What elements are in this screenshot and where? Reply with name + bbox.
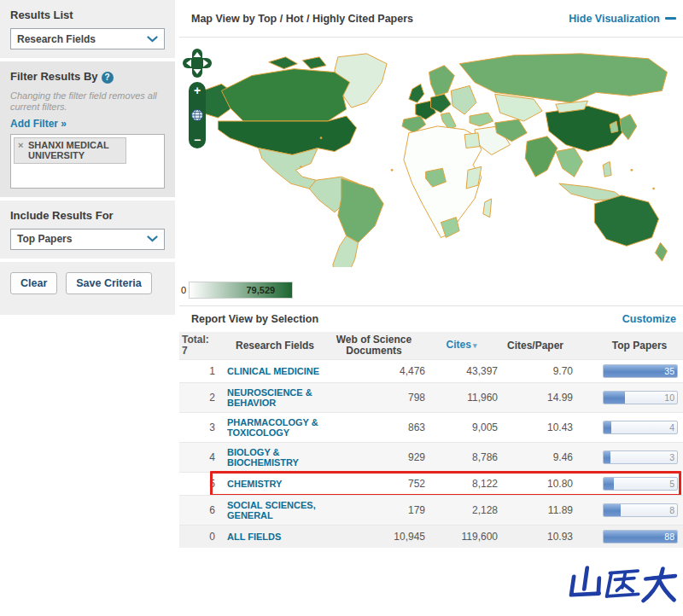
research-field-link[interactable]: NEUROSCIENCE & BEHAVIOR xyxy=(227,387,323,408)
table-row: 3 PHARMACOLOGY & TOXICOLOGY 863 9,005 10… xyxy=(179,412,683,442)
map-region-new-zealand[interactable] xyxy=(656,242,668,261)
filter-note: Changing the filter field removes all cu… xyxy=(10,90,165,113)
row-cites: 119,600 xyxy=(425,531,498,543)
map-region-brazil[interactable] xyxy=(338,178,383,242)
top-papers-value: 5 xyxy=(669,479,674,489)
row-rank: 0 xyxy=(179,531,217,543)
filter-section: Filter Results By? Changing the filter f… xyxy=(0,61,175,197)
watermark xyxy=(569,563,678,609)
row-documents: 10,945 xyxy=(323,531,425,543)
map-area: + − xyxy=(179,38,683,279)
add-filter-link[interactable]: Add Filter » xyxy=(10,118,67,130)
map-region-arctic-islands[interactable] xyxy=(269,57,326,69)
include-results-dropdown-value: Top Papers xyxy=(17,233,72,245)
map-region-central-asia[interactable] xyxy=(495,94,542,121)
legend-gradient: 79,529 xyxy=(189,282,293,299)
map-pan-control[interactable] xyxy=(183,49,212,78)
top-papers-value: 3 xyxy=(669,452,674,462)
map-region-egypt[interactable] xyxy=(464,133,480,148)
research-field-link[interactable]: SOCIAL SCIENCES, GENERAL xyxy=(227,500,323,520)
filter-box: × SHANXI MEDICAL UNIVERSITY xyxy=(10,134,165,189)
map-region-japan[interactable] xyxy=(620,114,637,140)
clear-button[interactable]: Clear xyxy=(10,272,57,294)
map-legend: 0 79,529 xyxy=(181,282,293,299)
top-papers-bar-fill xyxy=(604,504,621,516)
map-controls: + − xyxy=(183,49,212,148)
column-header-cites[interactable]: Cites▾ xyxy=(425,340,498,352)
row-documents: 752 xyxy=(323,478,425,490)
map-region-se-asia[interactable] xyxy=(556,148,583,177)
top-papers-value: 10 xyxy=(664,392,674,403)
map-region-argentina[interactable] xyxy=(333,235,359,267)
table-rows: 1 CLINICAL MEDICINE 4,476 43,397 9.70 35… xyxy=(179,359,683,548)
results-list-heading: Results List xyxy=(10,9,165,21)
legend-max-label: 79,529 xyxy=(246,285,275,295)
zoom-in-button[interactable]: + xyxy=(194,85,201,96)
row-cites: 2,128 xyxy=(425,504,498,516)
row-cites: 8,786 xyxy=(425,451,498,463)
filter-tag-label: SHANXI MEDICAL UNIVERSITY xyxy=(28,140,109,160)
results-list-dropdown-value: Research Fields xyxy=(17,33,96,45)
map-region-canada[interactable] xyxy=(221,69,349,121)
total-header: Total: 7 xyxy=(179,334,217,357)
map-region-india[interactable] xyxy=(525,137,557,177)
map-region-madagascar[interactable] xyxy=(483,199,492,218)
map-view-title: Map View by Top / Hot / Highly Cited Pap… xyxy=(191,13,413,25)
legend-min-label: 0 xyxy=(181,285,186,295)
chevron-down-icon xyxy=(147,36,158,43)
include-results-heading: Include Results For xyxy=(10,209,165,222)
map-region-usa[interactable] xyxy=(218,116,356,154)
help-icon[interactable]: ? xyxy=(102,72,114,84)
map-region-scandinavia[interactable] xyxy=(429,66,455,96)
include-results-dropdown[interactable]: Top Papers xyxy=(10,229,165,250)
research-field-link[interactable]: CHEMISTRY xyxy=(227,479,323,489)
row-documents: 798 xyxy=(323,392,425,404)
main-panel: Map View by Top / Hot / Highly Cited Pap… xyxy=(179,0,683,616)
filter-heading: Filter Results By? xyxy=(10,70,165,84)
results-list-dropdown[interactable]: Research Fields xyxy=(10,28,165,49)
top-papers-bar: 4 xyxy=(603,421,678,434)
row-documents: 863 xyxy=(323,421,425,433)
chevron-down-icon xyxy=(147,235,158,242)
row-cites: 9,005 xyxy=(425,421,498,433)
map-region-turkey[interactable] xyxy=(470,113,493,126)
top-papers-bar-fill xyxy=(604,421,611,433)
row-rank: 1 xyxy=(179,365,217,377)
research-field-link[interactable]: BIOLOGY & BIOCHEMISTRY xyxy=(227,447,323,468)
remove-filter-icon[interactable]: × xyxy=(18,140,23,150)
column-header-documents: Web of Science Documents xyxy=(323,334,425,357)
row-cites: 8,122 xyxy=(425,478,498,490)
row-cites: 11,960 xyxy=(425,392,498,404)
results-table: Total: 7 Research Fields Web of Science … xyxy=(179,332,683,548)
map-region-mexico[interactable] xyxy=(259,148,318,189)
results-list-section: Results List Research Fields xyxy=(0,0,175,58)
research-field-link[interactable]: CLINICAL MEDICINE xyxy=(227,366,323,376)
research-field-link[interactable]: ALL FIELDS xyxy=(227,532,323,542)
top-papers-bar-fill xyxy=(604,392,625,404)
top-papers-bar: 8 xyxy=(603,503,678,517)
map-region-russia[interactable] xyxy=(459,54,667,102)
top-papers-bar: 3 xyxy=(603,450,678,464)
hide-visualization-link[interactable]: Hide Visualization xyxy=(569,13,676,25)
map-region-australia[interactable] xyxy=(594,195,658,246)
map-region-eastern-europe[interactable] xyxy=(451,85,476,114)
zoom-out-button[interactable]: − xyxy=(194,135,201,145)
table-row: 6 SOCIAL SCIENCES, GENERAL 179 2,128 11.… xyxy=(179,495,683,525)
map-region-philippines[interactable] xyxy=(603,161,611,177)
table-header-row: Total: 7 Research Fields Web of Science … xyxy=(179,332,683,359)
row-cites-per-paper: 10.43 xyxy=(498,421,573,433)
row-rank: 6 xyxy=(179,504,217,516)
save-criteria-button[interactable]: Save Criteria xyxy=(66,272,151,294)
research-field-link[interactable]: PHARMACOLOGY & TOXICOLOGY xyxy=(227,417,323,438)
column-header-top-papers: Top Papers xyxy=(601,340,683,352)
row-cites-per-paper: 14.99 xyxy=(498,392,573,404)
row-cites-per-paper: 11.89 xyxy=(498,504,573,516)
table-row: 1 CLINICAL MEDICINE 4,476 43,397 9.70 35 xyxy=(179,359,683,382)
row-cites-per-paper: 10.93 xyxy=(498,531,573,543)
top-papers-bar-fill xyxy=(604,478,614,490)
customize-link[interactable]: Customize xyxy=(622,313,676,325)
map-view-header: Map View by Top / Hot / Highly Cited Pap… xyxy=(179,0,683,38)
map-region-uk[interactable] xyxy=(409,84,424,102)
sort-desc-icon: ▾ xyxy=(473,341,477,350)
globe-icon[interactable] xyxy=(190,108,204,122)
